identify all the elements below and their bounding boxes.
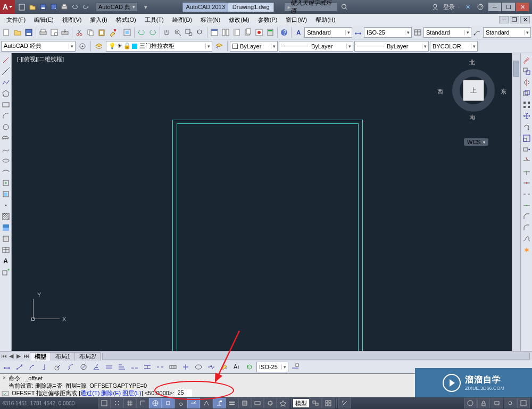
cmd-opt-through[interactable]: 通过(T) [80,390,99,396]
xline-icon[interactable] [1,66,11,76]
signin-icon[interactable] [430,2,440,12]
sb-workspace-switch-icon[interactable] [464,398,477,408]
redo2-icon[interactable] [147,27,158,38]
doc-minimize-button[interactable]: ─ [499,16,509,23]
save-icon[interactable] [38,2,48,12]
menu-insert[interactable]: 插入(I) [86,14,111,26]
search-icon[interactable] [340,2,350,12]
line-icon[interactable] [1,55,11,65]
plotstyle-dropdown[interactable]: BYCOLOR [430,41,478,52]
maximize-button[interactable]: ☐ [502,3,515,11]
sb-dyn-icon[interactable] [213,398,226,408]
exchange-icon[interactable]: ✕ [463,2,472,12]
layer-manager-icon[interactable] [93,40,105,52]
dim-baseline-icon[interactable] [116,361,128,373]
dim-style-icon[interactable] [353,27,363,38]
undo2-icon[interactable] [136,27,147,38]
break-icon[interactable] [522,189,531,199]
cmd-opt-erase[interactable]: 删除(E) [101,390,121,396]
fillet-icon[interactable] [522,223,531,232]
sb-lwt-icon[interactable] [226,398,238,408]
viewcube-east[interactable]: 东 [501,88,506,96]
markup-set-icon[interactable] [254,27,264,38]
menu-tools[interactable]: 工具(T) [140,14,168,26]
workspace-settings-icon[interactable] [77,40,88,52]
sb-ortho-icon[interactable] [136,398,149,408]
break-at-point-icon[interactable] [522,178,531,188]
dim-style-dropdown[interactable]: ISO-25 [364,27,412,38]
center-mark-icon[interactable] [180,361,192,373]
app-logo-menu[interactable]: A [0,0,15,14]
doc-restore-button[interactable]: ❐ [510,16,519,23]
menu-window[interactable]: 窗口(W) [281,14,311,26]
close-button[interactable]: ✕ [516,3,529,11]
sb-lock-ui-icon[interactable] [477,398,490,408]
command-close-icon[interactable]: × [2,375,7,380]
layout-tab-layout2[interactable]: 布局2 / [74,352,101,361]
mleader-style-icon[interactable] [472,27,483,38]
saveas-icon[interactable] [49,2,59,12]
quick-dim-icon[interactable] [103,361,115,373]
table-style-icon[interactable] [412,27,423,38]
sb-ducs-icon[interactable] [200,398,213,408]
layer-dropdown[interactable]: 💡 ☀ 🔓 三门推拉衣柜 [106,41,212,52]
layer-previous-icon[interactable] [213,40,225,52]
signin-label[interactable]: 登录 [443,3,455,11]
ellipse-arc-icon[interactable] [1,167,11,177]
dim-style-mgr-icon[interactable] [289,361,301,373]
polyline-icon[interactable] [1,78,11,87]
spline-icon[interactable] [1,145,11,154]
ellipse-icon[interactable] [1,156,11,165]
tool-palettes-icon[interactable] [231,27,242,38]
drawing-canvas[interactable]: [-][俯视][二维线框] Y X 上 北 南 东 西 WCS [12,53,520,351]
sb-am-icon[interactable] [277,398,289,408]
sb-annoscale-icon[interactable] [338,398,351,408]
viewcube-west[interactable]: 西 [437,88,443,96]
circle-icon[interactable] [1,122,11,132]
help-search-input[interactable]: ▸ 键入关键字或短语 [285,2,338,12]
qnew-icon[interactable] [17,2,27,12]
rectangle-icon[interactable] [1,100,11,110]
properties-icon[interactable] [209,27,220,38]
undo-icon[interactable] [70,2,80,12]
sb-otrack-icon[interactable] [187,398,200,408]
layout-tab-model[interactable]: 模型 [30,352,51,361]
dim-continue-icon[interactable] [129,361,140,373]
inspect-icon[interactable] [193,361,204,373]
menu-view[interactable]: 视图(V) [58,14,86,26]
plot-preview-icon[interactable] [49,27,60,38]
cut-icon[interactable] [74,27,85,38]
menu-file[interactable]: 文件(F) [2,14,30,26]
scale-icon[interactable] [522,133,531,143]
sb-grid-icon[interactable] [123,398,136,408]
dim-edit-icon[interactable] [218,361,230,373]
workspace-selector[interactable]: AutoCAD 典 [96,2,138,12]
mleader-style-dropdown[interactable]: Standard [483,27,531,38]
sb-isolate-icon[interactable] [504,398,517,408]
sb-3dosnap-icon[interactable] [174,398,187,408]
sb-polar-icon[interactable] [149,398,162,408]
viewcube-top[interactable]: 上 [463,80,484,101]
text-style-icon[interactable]: A [293,27,304,38]
sb-snap-icon[interactable] [111,398,123,408]
sb-infer-icon[interactable] [98,398,111,408]
sb-osnap-icon[interactable] [162,398,174,408]
menu-dimension[interactable]: 标注(N) [196,14,225,26]
dim-update-icon[interactable] [244,361,255,373]
addselected-icon[interactable] [1,268,11,277]
redo-icon[interactable] [81,2,90,12]
insert-block-icon[interactable] [1,178,11,188]
chamfer-icon[interactable] [522,212,531,221]
paste-icon[interactable] [96,27,107,38]
color-dropdown[interactable]: ByLayer [230,41,278,52]
zoom-prev-icon[interactable] [195,27,205,38]
jogged-linear-icon[interactable] [205,361,217,373]
dim-tedit-icon[interactable]: A↕ [231,361,243,373]
qat-customize-icon[interactable]: ▾ [141,2,151,12]
dim-radius-icon[interactable] [52,361,64,373]
tolerance-icon[interactable] [167,361,179,373]
stretch-icon[interactable] [522,145,531,154]
dim-jogged-icon[interactable] [65,361,77,373]
drawn-rectangle-inner[interactable] [177,123,359,351]
wcs-dropdown[interactable]: WCS [464,138,488,146]
